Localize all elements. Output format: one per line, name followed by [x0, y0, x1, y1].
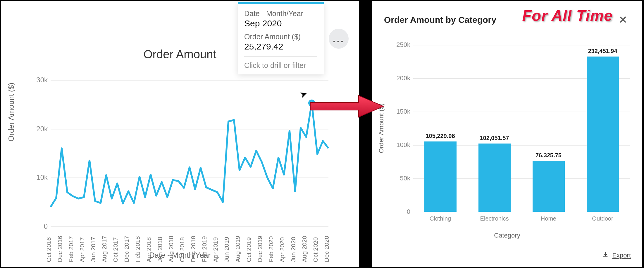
line-chart-y-axis-label: Order Amount ($)	[7, 83, 16, 141]
x-tick: Oct 2016	[45, 237, 52, 262]
y-tick: 100k	[390, 141, 410, 149]
y-tick: 0	[390, 208, 410, 216]
line-chart-plot[interactable]: 010k20k30k	[51, 80, 328, 226]
export-label: Export	[612, 252, 631, 259]
x-tick: Oct 2019	[245, 237, 252, 262]
x-tick: Feb 2020	[268, 236, 275, 262]
download-icon	[602, 251, 609, 260]
line-chart-panel: ... Order Amount Order Amount ($) Date -…	[0, 0, 360, 268]
x-tick: Dec 2017	[123, 236, 130, 262]
bar-value-label: 105,229.08	[416, 133, 465, 139]
y-tick: 20k	[30, 125, 48, 133]
y-tick: 200k	[390, 74, 410, 82]
chart-tooltip[interactable]: Date - Month/Year Sep 2020 Order Amount …	[238, 2, 324, 74]
x-tick: Feb 2019	[201, 236, 208, 262]
x-tick: Jun 2020	[290, 237, 297, 262]
y-tick: 0	[30, 222, 48, 231]
bar-category-label: Clothing	[416, 215, 465, 222]
x-tick: Aug 2018	[168, 236, 175, 262]
x-tick: Feb 2018	[134, 236, 141, 262]
x-tick: Dec 2020	[323, 236, 330, 262]
x-tick: Apr 2017	[79, 237, 86, 262]
tooltip-field-value: Sep 2020	[244, 18, 317, 28]
x-tick: Dec 2016	[56, 236, 63, 262]
for-all-time-annotation: For All Time	[522, 7, 613, 24]
y-tick: 10k	[30, 173, 48, 182]
export-button[interactable]: Export	[602, 251, 631, 260]
y-tick: 50k	[390, 175, 410, 182]
x-tick: Apr 2020	[279, 237, 286, 262]
x-tick: Feb 2017	[68, 236, 75, 262]
more-menu-button[interactable]: ...	[329, 29, 349, 49]
y-tick: 30k	[30, 76, 48, 84]
bar[interactable]	[587, 57, 619, 212]
red-arrow-icon	[309, 93, 385, 120]
x-tick: Oct 2017	[112, 237, 119, 262]
x-tick: Oct 2020	[312, 237, 319, 262]
x-tick: Jun 2019	[223, 237, 230, 262]
x-tick: Apr 2019	[212, 237, 219, 262]
x-tick: Aug 2017	[101, 236, 108, 262]
bar-chart-panel: Order Amount by Category ✕ For All Time …	[371, 0, 643, 268]
x-tick: Dec 2019	[256, 236, 264, 262]
x-tick: Oct 2018	[179, 237, 186, 262]
bar-value-label: 232,451.94	[578, 48, 628, 54]
x-tick: Aug 2019	[234, 236, 241, 262]
x-tick: Jun 2018	[156, 237, 163, 262]
bar-category-label: Electronics	[470, 215, 519, 222]
bar-chart-plot[interactable]: 050k100k150k200k250k105,229.08Clothing10…	[413, 45, 630, 212]
tooltip-field-value: 25,279.42	[244, 42, 317, 52]
tooltip-hint: Click to drill or filter	[244, 61, 317, 70]
bar[interactable]	[424, 141, 457, 212]
tooltip-field-label: Date - Month/Year	[244, 9, 317, 18]
close-icon[interactable]: ✕	[616, 13, 630, 27]
x-tick: Aug 2020	[301, 236, 308, 262]
y-tick: 150k	[390, 108, 410, 115]
x-tick: Apr 2018	[145, 237, 152, 262]
bar-chart-x-axis-label: Category	[372, 232, 642, 239]
bar[interactable]	[533, 161, 565, 212]
x-tick: Dec 2018	[190, 236, 197, 262]
x-tick: Jun 2017	[90, 237, 97, 262]
bar-category-label: Home	[524, 215, 574, 222]
y-tick: 250k	[390, 41, 410, 49]
bar-value-label: 102,051.57	[470, 135, 519, 141]
bar[interactable]	[478, 144, 511, 212]
bar-value-label: 76,325.75	[524, 152, 574, 159]
tooltip-field-label: Order Amount ($)	[244, 33, 317, 41]
bar-chart-title: Order Amount by Category	[384, 15, 496, 25]
bar-category-label: Outdoor	[578, 215, 628, 222]
